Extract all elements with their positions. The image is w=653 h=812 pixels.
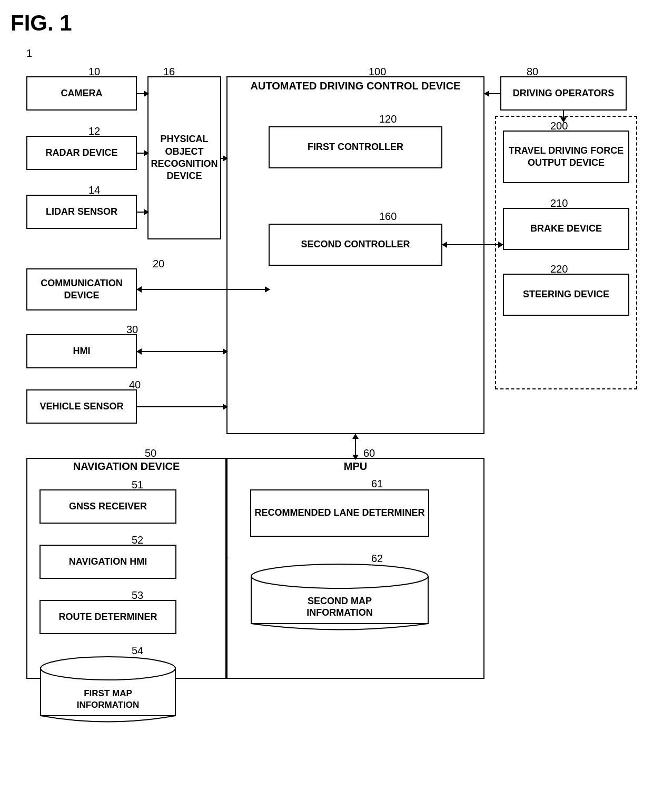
num-rec-lane: 61 [371, 478, 383, 490]
arrow-vehicle-automated [137, 406, 227, 407]
svg-text:INFORMATION: INFORMATION [77, 700, 140, 710]
arrow-automated-mpu [355, 434, 356, 459]
page: FIG. 1 1 10 CAMERA 12 RADAR DEVICE 14 LI… [0, 0, 653, 812]
second-map-cylinder: SECOND MAP INFORMATION [250, 563, 429, 631]
num-first-ctrl: 120 [379, 113, 397, 125]
arrow-camera-physical [137, 93, 149, 94]
arrow-physical-automated [221, 158, 227, 159]
navigation-label: NAVIGATION DEVICE [26, 460, 226, 473]
physical-object-box: PHYSICAL OBJECT RECOGNITION DEVICE [147, 76, 221, 239]
svg-text:INFORMATION: INFORMATION [306, 607, 373, 618]
num-second-ctrl: 160 [379, 210, 397, 223]
num-comm: 20 [153, 258, 164, 270]
arrow-lidar-physical [137, 212, 149, 213]
arrow-comm-second [137, 289, 270, 290]
svg-text:FIRST MAP: FIRST MAP [84, 688, 132, 698]
communication-box: COMMUNICATION DEVICE [26, 268, 137, 310]
route-box: ROUTE DETERMINER [39, 600, 176, 634]
fig-title: FIG. 1 [11, 11, 642, 36]
arrow-driving-op-automated [484, 93, 501, 94]
lidar-box: LIDAR SENSOR [26, 195, 137, 229]
steering-box: STEERING DEVICE [503, 274, 629, 316]
first-map-cylinder: FIRST MAP INFORMATION [39, 655, 176, 724]
automated-driving-label: AUTOMATED DRIVING CONTROL DEVICE [226, 79, 484, 93]
svg-point-5 [41, 657, 175, 680]
svg-text:SECOND MAP: SECOND MAP [308, 596, 372, 606]
camera-box: CAMERA [26, 76, 137, 111]
radar-box: RADAR DEVICE [26, 136, 137, 170]
nav-hmi-box: NAVIGATION HMI [39, 545, 176, 579]
driving-operators-box: DRIVING OPERATORS [500, 76, 627, 111]
ref-1: 1 [26, 47, 32, 59]
second-controller-box: SECOND CONTROLLER [269, 224, 442, 266]
vehicle-sensor-box: VEHICLE SENSOR [26, 389, 137, 424]
svg-point-1 [251, 564, 428, 588]
hmi-box: HMI [26, 334, 137, 368]
travel-driving-box: TRAVEL DRIVING FORCE OUTPUT DEVICE [503, 131, 629, 183]
arrow-second-ctrl-actuators [442, 244, 503, 245]
recommended-lane-box: RECOMMENDED LANE DETERMINER [250, 489, 429, 537]
diagram: 1 10 CAMERA 12 RADAR DEVICE 14 LIDAR SEN… [11, 37, 642, 805]
arrow-hmi-automated [137, 351, 227, 352]
mpu-label: MPU [226, 460, 484, 473]
gnss-box: GNSS RECEIVER [39, 489, 176, 524]
brake-box: BRAKE DEVICE [503, 208, 629, 250]
first-controller-box: FIRST CONTROLLER [269, 126, 442, 168]
arrow-radar-physical [137, 153, 149, 154]
